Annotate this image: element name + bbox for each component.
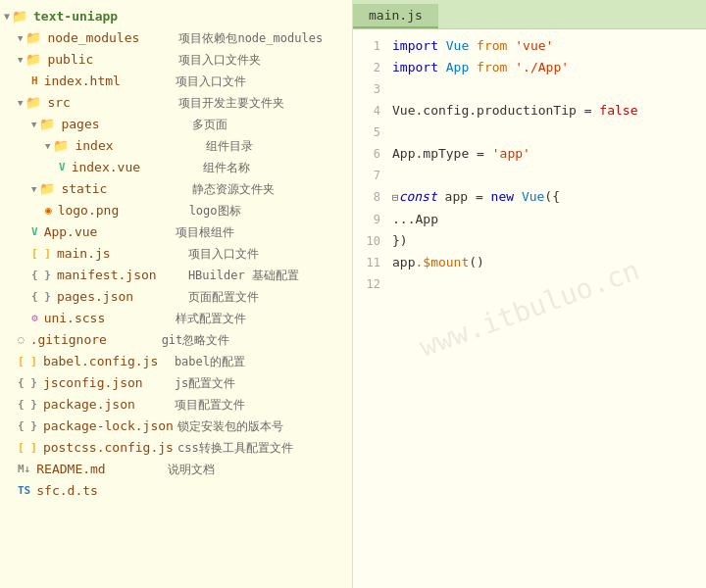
file-name: postcss.config.js xyxy=(43,438,174,458)
token-kw-import: import xyxy=(392,60,438,74)
file-icon: { } xyxy=(18,395,37,415)
root-folder[interactable]: ▼ 📁 text-uniapp xyxy=(0,6,352,27)
token-sp: () xyxy=(469,255,484,270)
tree-item[interactable]: { }pages.json页面配置文件 xyxy=(0,286,352,308)
code-content: import App from './App' xyxy=(392,57,698,78)
file-icon: V xyxy=(31,222,38,242)
folder-icon: 📁 xyxy=(25,93,41,113)
token-sp: = xyxy=(577,103,599,118)
line-number: 3 xyxy=(353,78,380,100)
file-name: uni.scss xyxy=(44,309,172,328)
file-icon: [ ] xyxy=(31,244,51,264)
tree-item[interactable]: { }manifest.jsonHBuilder 基础配置 xyxy=(0,265,352,286)
code-line: 3 xyxy=(353,78,706,100)
token-kw-vue: Vue xyxy=(446,38,469,53)
line-number: 9 xyxy=(353,209,380,230)
folder-icon: 📁 xyxy=(25,28,41,48)
file-name: sfc.d.ts xyxy=(36,481,164,501)
token-kw-from: from xyxy=(477,38,507,53)
folder-icon: 📁 xyxy=(25,50,41,70)
code-line: 9 ...App xyxy=(353,209,706,230)
file-name: logo.png xyxy=(58,201,185,220)
token-sp xyxy=(438,60,446,74)
tree-item[interactable]: { }package-lock.json锁定安装包的版本号 xyxy=(0,416,352,437)
file-name: public xyxy=(47,50,175,70)
code-line: 4Vue.config.productionTip = false xyxy=(353,100,706,122)
code-content: ⊟const app = new Vue({ xyxy=(392,186,698,209)
file-name: index.html xyxy=(44,72,172,91)
token-kw-new: new xyxy=(491,189,514,204)
tree-item[interactable]: [ ]main.js项目入口文件 xyxy=(0,243,352,265)
line-number: 7 xyxy=(353,165,380,186)
folder-icon: 📁 xyxy=(39,179,55,199)
tree-item[interactable]: ◉logo.pnglogo图标 xyxy=(0,200,352,221)
file-icon: H xyxy=(31,72,38,91)
tree-item[interactable]: M↓README.md说明文档 xyxy=(0,459,352,480)
file-desc: 项目入口文件夹 xyxy=(178,50,261,70)
line-number: 5 xyxy=(353,122,380,143)
tree-item[interactable]: ▼📁index组件目录 xyxy=(0,135,352,157)
file-desc: 组件目录 xyxy=(206,136,253,156)
tree-item[interactable]: ▼📁src项目开发主要文件夹 xyxy=(0,92,352,114)
file-desc: git忽略文件 xyxy=(162,330,230,350)
line-number: 1 xyxy=(353,35,380,57)
code-content xyxy=(392,273,698,295)
code-line: 6App.mpType = 'app' xyxy=(353,143,706,165)
file-icon: ◌ xyxy=(18,330,25,350)
tree-item[interactable]: ◌.gitignoregit忽略文件 xyxy=(0,329,352,351)
tree-item[interactable]: ▼📁static静态资源文件夹 xyxy=(0,178,352,200)
tree-item[interactable]: ▼📁node_modules项目依赖包node_modules xyxy=(0,27,352,49)
token-kw-from: from xyxy=(477,60,507,74)
file-desc: 组件名称 xyxy=(203,158,250,177)
tree-item[interactable]: ▼📁pages多页面 xyxy=(0,114,352,135)
token-str: './App' xyxy=(515,60,569,74)
file-icon: TS xyxy=(18,481,30,501)
tree-item[interactable]: Vindex.vue组件名称 xyxy=(0,157,352,178)
folder-icon: 📁 xyxy=(53,136,69,156)
file-desc: 项目依赖包node_modules xyxy=(178,28,323,48)
file-icon: { } xyxy=(31,287,51,307)
token-str: 'app' xyxy=(492,146,530,161)
code-content xyxy=(392,122,698,143)
file-name: pages xyxy=(61,115,188,134)
code-line: 12 xyxy=(353,273,706,295)
file-name: src xyxy=(47,93,175,113)
file-icon: { } xyxy=(18,373,37,393)
code-content: app.$mount() xyxy=(392,252,698,273)
arrow-icon: ▼ xyxy=(31,179,36,199)
tree-item[interactable]: ⚙uni.scss样式配置文件 xyxy=(0,308,352,329)
line-number: 4 xyxy=(353,100,380,122)
root-folder-name: text-uniapp xyxy=(33,7,161,26)
code-area[interactable]: www.itbuluo.cn 1import Vue from 'vue'2im… xyxy=(353,29,706,588)
file-name: README.md xyxy=(36,460,164,479)
token-sp xyxy=(469,60,477,74)
tree-item[interactable]: { }jsconfig.jsonjs配置文件 xyxy=(0,372,352,394)
token-sp xyxy=(438,38,446,53)
file-desc: 静态资源文件夹 xyxy=(192,179,275,199)
file-name: .gitignore xyxy=(30,330,158,350)
file-name: static xyxy=(61,179,188,199)
tree-item[interactable]: { }package.json项目配置文件 xyxy=(0,394,352,416)
tree-item[interactable]: [ ]postcss.config.jscss转换工具配置文件 xyxy=(0,437,352,459)
line-number: 11 xyxy=(353,252,380,273)
file-desc: 项目入口文件 xyxy=(188,244,259,264)
file-desc: css转换工具配置文件 xyxy=(177,438,293,458)
file-name: main.js xyxy=(57,244,184,264)
file-desc: 项目配置文件 xyxy=(175,395,245,415)
file-icon: M↓ xyxy=(18,460,30,479)
token-str: 'vue' xyxy=(515,38,553,53)
arrow-icon: ▼ xyxy=(18,28,23,48)
tree-item[interactable]: Hindex.html项目入口文件 xyxy=(0,71,352,92)
file-name: manifest.json xyxy=(57,266,184,285)
tab-main-js[interactable]: main.js xyxy=(353,4,438,28)
tree-item[interactable]: [ ]babel.config.jsbabel的配置 xyxy=(0,351,352,372)
token-sp: = xyxy=(469,146,491,161)
tree-item[interactable]: VApp.vue项目根组件 xyxy=(0,221,352,243)
tree-item[interactable]: ▼📁public项目入口文件夹 xyxy=(0,49,352,71)
arrow-icon: ▼ xyxy=(45,136,50,156)
file-name: index.vue xyxy=(72,158,199,177)
file-desc: logo图标 xyxy=(189,201,241,220)
tree-item[interactable]: TSsfc.d.ts xyxy=(0,480,352,502)
file-desc: 项目入口文件 xyxy=(176,72,246,91)
file-desc: 项目根组件 xyxy=(176,222,234,242)
